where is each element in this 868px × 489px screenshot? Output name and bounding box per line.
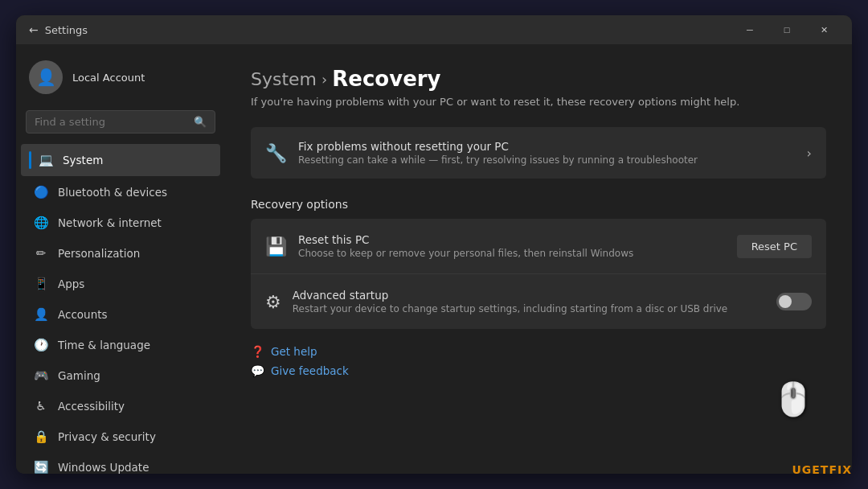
- breadcrumb-separator: ›: [321, 71, 327, 88]
- sidebar-item-label: Gaming: [58, 369, 100, 382]
- get-help-icon: ❓: [251, 345, 264, 358]
- accounts-icon: 👤: [34, 307, 48, 322]
- network-icon: 🌐: [34, 216, 48, 230]
- advanced-startup-toggle[interactable]: [776, 293, 812, 310]
- search-box[interactable]: 🔍: [26, 110, 215, 134]
- sidebar-item-network[interactable]: 🌐 Network & internet: [21, 208, 220, 237]
- sidebar-item-label: Accounts: [58, 308, 108, 321]
- active-indicator: [29, 151, 31, 169]
- close-button[interactable]: ✕: [805, 17, 842, 43]
- fix-card-title: Fix problems without resetting your PC: [298, 140, 796, 153]
- advanced-startup-toggle-container: [776, 293, 812, 310]
- sidebar-item-windows-update[interactable]: 🔄 Windows Update: [21, 453, 220, 474]
- reset-pc-text: Reset this PC Choose to keep or remove y…: [298, 233, 726, 259]
- watermark: UGETFIX: [792, 463, 852, 476]
- recovery-options-title: Recovery options: [251, 198, 826, 211]
- privacy-icon: 🔒: [34, 429, 48, 444]
- advanced-startup-row: ⚙️ Advanced startup Restart your device …: [251, 274, 826, 329]
- main-content: 👤 Local Account 🔍 💻 System 🔵 Bluetooth &…: [16, 44, 852, 474]
- sidebar-item-label: Accessibility: [58, 400, 125, 413]
- user-section: 👤 Local Account: [16, 51, 225, 107]
- minimize-button[interactable]: ─: [731, 17, 768, 43]
- sidebar-item-personalization[interactable]: ✏️ Personalization: [21, 239, 220, 268]
- time-icon: 🕐: [34, 338, 48, 352]
- advanced-startup-text: Advanced startup Restart your device to …: [293, 289, 765, 314]
- get-help-label: Get help: [271, 345, 317, 358]
- advanced-startup-title: Advanced startup: [293, 289, 765, 302]
- fix-icon: 🔧: [265, 143, 287, 163]
- sidebar: 👤 Local Account 🔍 💻 System 🔵 Bluetooth &…: [16, 44, 225, 474]
- fix-card-desc: Resetting can take a while — first, try …: [298, 154, 796, 166]
- watermark-suffix: FIX: [829, 463, 852, 476]
- reset-pc-desc: Choose to keep or remove your personal f…: [298, 248, 726, 259]
- user-name: Local Account: [72, 72, 145, 84]
- gaming-icon: 🎮: [34, 368, 48, 383]
- main-pane: System › Recovery If you're having probl…: [225, 44, 852, 474]
- sidebar-item-label: Personalization: [58, 247, 140, 260]
- window-controls: ─ □ ✕: [731, 17, 842, 43]
- avatar-icon: 👤: [36, 68, 56, 87]
- reset-pc-icon: 💾: [265, 236, 287, 257]
- sidebar-item-label: Apps: [58, 277, 84, 290]
- page-title: Recovery: [332, 67, 440, 91]
- breadcrumb: System › Recovery: [251, 67, 826, 91]
- sidebar-item-label: Network & internet: [58, 216, 162, 229]
- back-button[interactable]: ←: [29, 23, 39, 36]
- sidebar-item-accessibility[interactable]: ♿ Accessibility: [21, 392, 220, 421]
- get-help-link[interactable]: ❓ Get help: [251, 345, 826, 358]
- app-title: Settings: [45, 24, 88, 36]
- system-icon: 💻: [39, 153, 53, 167]
- avatar: 👤: [29, 60, 63, 94]
- accessibility-icon: ♿: [34, 399, 48, 413]
- fix-problems-card[interactable]: 🔧 Fix problems without resetting your PC…: [251, 127, 826, 179]
- sidebar-item-bluetooth[interactable]: 🔵 Bluetooth & devices: [21, 178, 220, 207]
- sidebar-item-privacy[interactable]: 🔒 Privacy & security: [21, 422, 220, 451]
- search-icon: 🔍: [194, 116, 207, 128]
- sidebar-item-accounts[interactable]: 👤 Accounts: [21, 300, 220, 329]
- advanced-startup-icon: ⚙️: [265, 292, 281, 312]
- maximize-button[interactable]: □: [768, 17, 805, 43]
- give-feedback-icon: 💬: [251, 364, 264, 377]
- watermark-prefix: UGET: [792, 463, 829, 476]
- page-subtitle: If you're having problems with your PC o…: [251, 96, 826, 108]
- apps-icon: 📱: [34, 277, 48, 291]
- reset-pc-title: Reset this PC: [298, 233, 726, 246]
- reset-pc-button[interactable]: Reset PC: [737, 235, 812, 258]
- advanced-startup-desc: Restart your device to change startup se…: [293, 303, 765, 314]
- sidebar-item-label: Privacy & security: [58, 430, 156, 443]
- sidebar-item-system[interactable]: 💻 System: [21, 144, 220, 176]
- sidebar-item-label: System: [63, 154, 103, 166]
- sidebar-item-apps[interactable]: 📱 Apps: [21, 269, 220, 298]
- recovery-options-card: 💾 Reset this PC Choose to keep or remove…: [251, 219, 826, 329]
- sidebar-item-label: Time & language: [58, 339, 150, 351]
- page-header: System › Recovery If you're having probl…: [251, 67, 826, 108]
- link-section: ❓ Get help 💬 Give feedback: [251, 345, 826, 377]
- give-feedback-label: Give feedback: [271, 364, 349, 377]
- search-input[interactable]: [35, 116, 187, 128]
- windows-update-icon: 🔄: [34, 460, 48, 474]
- breadcrumb-system: System: [251, 69, 317, 89]
- bluetooth-icon: 🔵: [34, 185, 48, 199]
- titlebar-left: ← Settings: [29, 23, 88, 36]
- reset-pc-row: 💾 Reset this PC Choose to keep or remove…: [251, 219, 826, 274]
- fix-card-arrow: ›: [807, 146, 812, 161]
- give-feedback-link[interactable]: 💬 Give feedback: [251, 364, 826, 377]
- sidebar-item-label: Bluetooth & devices: [58, 186, 167, 199]
- settings-window: ← Settings ─ □ ✕ 👤 Local Account 🔍: [16, 15, 852, 474]
- sidebar-item-gaming[interactable]: 🎮 Gaming: [21, 361, 220, 390]
- sidebar-item-label: Windows Update: [58, 461, 149, 474]
- titlebar: ← Settings ─ □ ✕: [16, 15, 852, 44]
- fix-card-text: Fix problems without resetting your PC R…: [298, 140, 796, 166]
- sidebar-item-time[interactable]: 🕐 Time & language: [21, 331, 220, 360]
- personalization-icon: ✏️: [34, 246, 48, 261]
